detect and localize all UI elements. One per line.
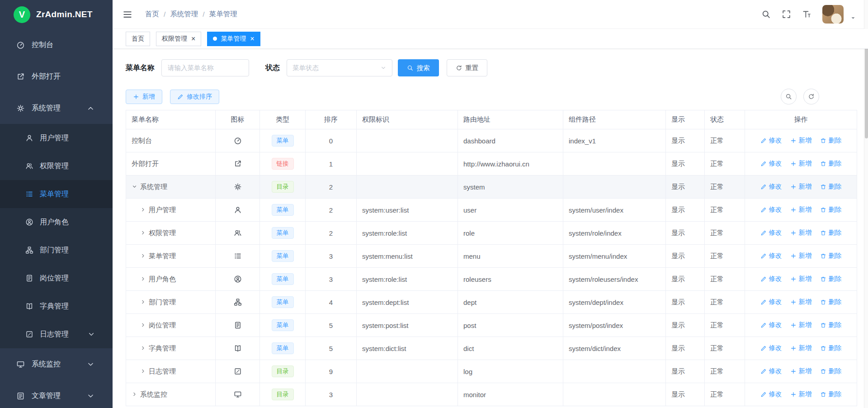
breadcrumb-item-system[interactable]: 系统管理 bbox=[170, 9, 198, 19]
chevron-right-icon[interactable] bbox=[140, 322, 146, 328]
user-avatar[interactable] bbox=[822, 5, 844, 24]
row-delete-link[interactable]: 删除 bbox=[820, 228, 842, 237]
chevron-right-icon[interactable] bbox=[132, 391, 137, 397]
sidebar-item-user[interactable]: 用户管理 bbox=[0, 124, 113, 152]
row-edit-link[interactable]: 修改 bbox=[760, 275, 782, 283]
row-delete-link[interactable]: 删除 bbox=[820, 275, 842, 283]
sidebar-item-dict[interactable]: 字典管理 bbox=[0, 292, 113, 320]
table-row[interactable]: 岗位管理菜单5system:post:listpostsystem/post/i… bbox=[126, 314, 857, 337]
sidebar-item-menu[interactable]: 菜单管理 bbox=[0, 180, 113, 208]
row-delete-link[interactable]: 删除 bbox=[820, 367, 842, 375]
caret-down-icon[interactable] bbox=[850, 15, 856, 21]
row-add-link[interactable]: 新增 bbox=[790, 136, 812, 145]
row-edit-link[interactable]: 修改 bbox=[760, 205, 782, 214]
row-delete-link[interactable]: 删除 bbox=[820, 251, 842, 260]
table-search-button[interactable] bbox=[781, 89, 797, 104]
chevron-right-icon[interactable] bbox=[140, 253, 146, 259]
row-add-link[interactable]: 新增 bbox=[790, 228, 812, 237]
search-button[interactable]: 搜索 bbox=[398, 59, 439, 76]
chevron-down-icon[interactable] bbox=[132, 184, 137, 190]
row-edit-link[interactable]: 修改 bbox=[760, 298, 782, 306]
row-add-link[interactable]: 新增 bbox=[790, 344, 812, 352]
page-scrollbar[interactable] bbox=[864, 0, 868, 408]
tab-2[interactable]: 菜单管理× bbox=[207, 32, 260, 46]
row-delete-link[interactable]: 删除 bbox=[820, 344, 842, 352]
sidebar-item-console[interactable]: 控制台 bbox=[0, 29, 113, 61]
tab-close-icon[interactable]: × bbox=[250, 35, 254, 43]
table-row[interactable]: 字典管理菜单5system:dict:listdictsystem/dict/i… bbox=[126, 337, 857, 360]
row-edit-link[interactable]: 修改 bbox=[760, 159, 782, 168]
chevron-down-icon bbox=[86, 360, 95, 369]
row-edit-link[interactable]: 修改 bbox=[760, 251, 782, 260]
row-edit-link[interactable]: 修改 bbox=[760, 182, 782, 191]
row-add-link[interactable]: 新增 bbox=[790, 251, 812, 260]
menu-name-input[interactable] bbox=[161, 59, 249, 76]
row-add-link[interactable]: 新增 bbox=[790, 205, 812, 214]
menu-name-cell: 外部打开 bbox=[126, 152, 216, 176]
breadcrumb-item-home[interactable]: 首页 bbox=[145, 9, 159, 19]
chevron-right-icon[interactable] bbox=[140, 276, 146, 282]
row-edit-link[interactable]: 修改 bbox=[760, 390, 782, 399]
chevron-right-icon[interactable] bbox=[140, 230, 146, 236]
table-row[interactable]: 系统管理目录2system显示正常修改新增删除 bbox=[126, 176, 857, 199]
table-row[interactable]: 外部打开链接1http://www.izhaorui.cn显示正常修改新增删除 bbox=[126, 152, 857, 176]
sidebar-item-system[interactable]: 系统管理 bbox=[0, 92, 113, 124]
table-row[interactable]: 菜单管理菜单3system:menu:listmenusystem/menu/i… bbox=[126, 245, 857, 268]
sidebar-item-monitor[interactable]: 系统监控 bbox=[0, 348, 113, 380]
table-row[interactable]: 控制台菜单0dashboardindex_v1显示正常修改新增删除 bbox=[126, 129, 857, 152]
add-button[interactable]: 新增 bbox=[126, 90, 162, 104]
sidebar-item-log[interactable]: 日志管理 bbox=[0, 320, 113, 348]
row-edit-link[interactable]: 修改 bbox=[760, 228, 782, 237]
row-delete-link[interactable]: 删除 bbox=[820, 136, 842, 145]
search-icon[interactable] bbox=[761, 9, 771, 19]
row-edit-link[interactable]: 修改 bbox=[760, 367, 782, 375]
sidebar-item-dept[interactable]: 部门管理 bbox=[0, 236, 113, 264]
row-delete-link[interactable]: 删除 bbox=[820, 205, 842, 214]
chevron-right-icon[interactable] bbox=[140, 299, 146, 305]
table-row[interactable]: 系统监控目录3monitor显示正常修改新增删除 bbox=[126, 383, 857, 406]
table-row[interactable]: 用户角色菜单3system:role:listroleuserssystem/r… bbox=[126, 268, 857, 291]
row-edit-link[interactable]: 修改 bbox=[760, 344, 782, 352]
chevron-right-icon[interactable] bbox=[140, 368, 146, 374]
sidebar-item-article[interactable]: 文章管理 bbox=[0, 380, 113, 408]
row-add-link[interactable]: 新增 bbox=[790, 367, 812, 375]
row-add-link[interactable]: 新增 bbox=[790, 275, 812, 283]
row-delete-link[interactable]: 删除 bbox=[820, 182, 842, 191]
sort-button[interactable]: 修改排序 bbox=[170, 90, 219, 104]
font-size-icon[interactable] bbox=[802, 9, 811, 19]
breadcrumb-item-menu[interactable]: 菜单管理 bbox=[209, 9, 237, 19]
app-logo[interactable]: V ZrAdmin.NET bbox=[0, 0, 113, 29]
row-add-link[interactable]: 新增 bbox=[790, 390, 812, 399]
chevron-right-icon[interactable] bbox=[140, 345, 146, 351]
reset-button[interactable]: 重置 bbox=[447, 59, 488, 76]
tab-close-icon[interactable]: × bbox=[191, 35, 195, 43]
table-row[interactable]: 权限管理菜单2system:role:listrolesystem/role/i… bbox=[126, 222, 857, 245]
row-add-link[interactable]: 新增 bbox=[790, 182, 812, 191]
row-edit-link[interactable]: 修改 bbox=[760, 136, 782, 145]
row-delete-link[interactable]: 删除 bbox=[820, 159, 842, 168]
chevron-right-icon[interactable] bbox=[140, 207, 146, 213]
row-add-link[interactable]: 新增 bbox=[790, 159, 812, 168]
table-row[interactable]: 用户管理菜单2system:user:listusersystem/user/i… bbox=[126, 199, 857, 222]
collapse-sidebar-icon[interactable] bbox=[123, 9, 132, 19]
fullscreen-icon[interactable] bbox=[782, 9, 791, 19]
status-select[interactable]: 菜单状态 bbox=[287, 59, 392, 76]
component-cell bbox=[563, 383, 666, 406]
table-refresh-button[interactable] bbox=[803, 89, 819, 104]
tab-1[interactable]: 权限管理× bbox=[156, 32, 201, 46]
row-delete-link[interactable]: 删除 bbox=[820, 390, 842, 399]
tab-0[interactable]: 首页 bbox=[126, 32, 150, 46]
sidebar-item-roleusers[interactable]: 用户角色 bbox=[0, 208, 113, 236]
row-add-link[interactable]: 新增 bbox=[790, 298, 812, 306]
row-add-link[interactable]: 新增 bbox=[790, 321, 812, 329]
row-delete-link[interactable]: 删除 bbox=[820, 298, 842, 306]
sidebar-item-role[interactable]: 权限管理 bbox=[0, 152, 113, 180]
row-edit-link[interactable]: 修改 bbox=[760, 321, 782, 329]
sidebar-item-post[interactable]: 岗位管理 bbox=[0, 264, 113, 292]
tree-icon bbox=[25, 246, 33, 254]
sidebar-item-external[interactable]: 外部打开 bbox=[0, 61, 113, 92]
table-row[interactable]: 部门管理菜单4system:dept:listdeptsystem/dept/i… bbox=[126, 291, 857, 314]
table-row[interactable]: 日志管理目录9log显示正常修改新增删除 bbox=[126, 360, 857, 383]
row-delete-link[interactable]: 删除 bbox=[820, 321, 842, 329]
sidebar-item-label: 系统管理 bbox=[32, 104, 61, 113]
